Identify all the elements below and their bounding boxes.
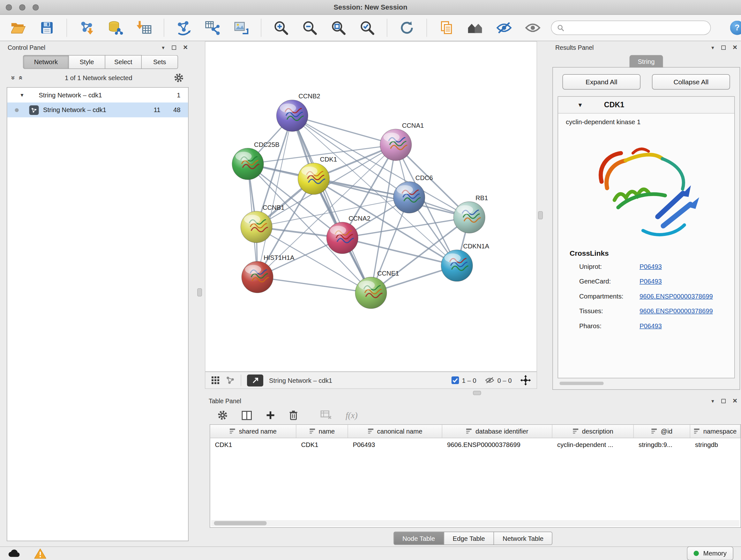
zoom-fit-button[interactable] (328, 17, 349, 38)
columns-icon[interactable] (241, 410, 253, 421)
table-row[interactable]: CDK1 CDK1 P06493 9606.ENSP00000378699 cy… (210, 438, 741, 451)
network-node-CCNA2[interactable] (327, 222, 358, 254)
crosslink-link[interactable]: 9606.ENSP00000378699 (639, 293, 713, 300)
zoom-selected-button[interactable] (357, 17, 378, 38)
tab-network-table[interactable]: Network Table (494, 532, 552, 545)
network-node-CDK1[interactable] (298, 163, 330, 194)
crosslink-link[interactable]: P06493 (639, 278, 662, 285)
apply-layout-button[interactable] (396, 17, 417, 38)
export-image-button[interactable] (231, 17, 252, 38)
horizontal-splitter-handle[interactable] (473, 391, 481, 395)
open-in-new-button[interactable] (247, 374, 263, 386)
tab-network[interactable]: Network (23, 55, 69, 69)
scrollbar-thumb[interactable] (214, 521, 267, 525)
column-header[interactable]: name (296, 425, 348, 438)
import-table-button[interactable] (134, 17, 155, 38)
network-node-CDC6[interactable] (394, 182, 425, 213)
crosslink-link[interactable]: 9606.ENSP00000378699 (639, 307, 713, 315)
collapse-all-icon[interactable]: » (10, 76, 17, 80)
tab-style[interactable]: Style (69, 55, 105, 69)
section-caret-icon[interactable]: ▼ (577, 102, 583, 108)
table-cell[interactable]: P06493 (348, 438, 443, 451)
network-edge[interactable] (258, 277, 371, 293)
column-header[interactable]: namespace (690, 425, 741, 438)
table-cell[interactable]: cyclin-dependent ... (552, 438, 634, 451)
help-button[interactable]: ? (730, 21, 741, 35)
float-panel-icon[interactable] (721, 399, 726, 403)
tab-sets[interactable]: Sets (142, 55, 178, 69)
network-node-RB1[interactable] (454, 202, 485, 233)
network-node-CCNB1[interactable] (241, 211, 272, 243)
show-all-button[interactable] (522, 17, 543, 38)
close-panel-icon[interactable]: × (733, 44, 737, 51)
cloud-icon[interactable] (8, 549, 21, 558)
maximize-window-button[interactable] (32, 4, 39, 10)
tab-string[interactable]: String (630, 55, 663, 68)
grid-view-icon[interactable] (211, 376, 220, 385)
delete-trash-icon[interactable] (289, 410, 298, 421)
close-panel-icon[interactable]: × (733, 397, 737, 405)
save-session-button[interactable] (37, 17, 57, 38)
zoom-out-button[interactable] (299, 17, 320, 38)
table-horizontal-scrollbar[interactable] (211, 520, 740, 526)
table-cell[interactable]: stringdb (690, 438, 741, 451)
add-column-plus-icon[interactable] (266, 411, 275, 420)
houses-button[interactable] (465, 17, 486, 38)
copy-documents-button[interactable] (436, 17, 457, 38)
table-cell[interactable]: stringdb:9... (634, 438, 690, 451)
import-network-button[interactable] (76, 17, 97, 38)
close-panel-icon[interactable]: × (183, 44, 188, 51)
hidden-eye-slash-icon[interactable] (485, 377, 494, 384)
column-header[interactable]: database identifier (442, 425, 552, 438)
gear-icon[interactable] (174, 72, 184, 83)
crosslink-link[interactable]: P06493 (639, 322, 662, 330)
table-cell[interactable]: CDK1 (210, 438, 296, 451)
float-panel-icon[interactable] (172, 45, 176, 50)
new-network-button[interactable] (173, 17, 194, 38)
column-header[interactable]: @id (634, 425, 690, 438)
selected-checkbox-icon[interactable] (451, 376, 459, 384)
expand-all-icon[interactable]: « (18, 76, 25, 80)
crosslink-link[interactable]: P06493 (639, 263, 662, 270)
search-box[interactable] (551, 21, 711, 35)
table-cell[interactable]: CDK1 (296, 438, 348, 451)
warning-icon[interactable] (34, 548, 47, 559)
gene-section-header[interactable]: ▼ CDK1 (558, 97, 734, 114)
zoom-in-button[interactable] (271, 17, 292, 38)
left-splitter-handle[interactable] (197, 288, 202, 297)
open-file-button[interactable] (8, 17, 29, 38)
column-header[interactable]: shared name (210, 425, 296, 438)
collection-caret-icon[interactable]: ▼ (20, 92, 24, 98)
network-canvas[interactable]: CCNB2CCNA1CDC25BCDK1CDC6RB1CCNB1CCNA2CDK… (205, 42, 537, 371)
network-row[interactable]: String Network – cdk1 11 48 (7, 103, 188, 118)
network-share-icon[interactable] (226, 375, 235, 385)
network-node-CCNE1[interactable] (355, 277, 387, 309)
hide-selected-button[interactable] (494, 17, 515, 38)
column-header[interactable]: canonical name (348, 425, 443, 438)
right-splitter-handle[interactable] (538, 211, 543, 220)
tab-node-table[interactable]: Node Table (393, 532, 444, 545)
network-node-CCNB2[interactable] (276, 100, 308, 132)
panel-menu-icon[interactable]: ▾ (711, 398, 714, 403)
memory-button[interactable]: Memory (687, 547, 733, 560)
search-input[interactable] (568, 23, 705, 32)
minimize-window-button[interactable] (19, 4, 25, 10)
panel-menu-icon[interactable]: ▾ (162, 45, 164, 50)
network-node-CCNA1[interactable] (380, 129, 412, 161)
tab-select[interactable]: Select (105, 55, 142, 69)
float-panel-icon[interactable] (721, 45, 726, 50)
expand-all-button[interactable]: Expand All (562, 74, 641, 90)
panel-menu-icon[interactable]: ▾ (711, 45, 714, 50)
collapse-all-button[interactable]: Collapse All (652, 74, 730, 90)
network-node-HIST1H1A[interactable] (242, 261, 273, 293)
network-collection-row[interactable]: ▼ String Network – cdk1 1 (7, 88, 188, 103)
tab-edge-table[interactable]: Edge Table (444, 532, 494, 545)
table-settings-gear-icon[interactable] (217, 410, 228, 421)
results-scrollbar[interactable] (559, 381, 734, 386)
pan-crosshair-icon[interactable] (521, 375, 531, 386)
column-header[interactable]: description (552, 425, 634, 438)
table-cell[interactable]: 9606.ENSP00000378699 (442, 438, 552, 451)
network-edge[interactable] (292, 116, 371, 293)
network-from-table-button[interactable] (202, 17, 223, 38)
close-window-button[interactable] (6, 4, 12, 10)
